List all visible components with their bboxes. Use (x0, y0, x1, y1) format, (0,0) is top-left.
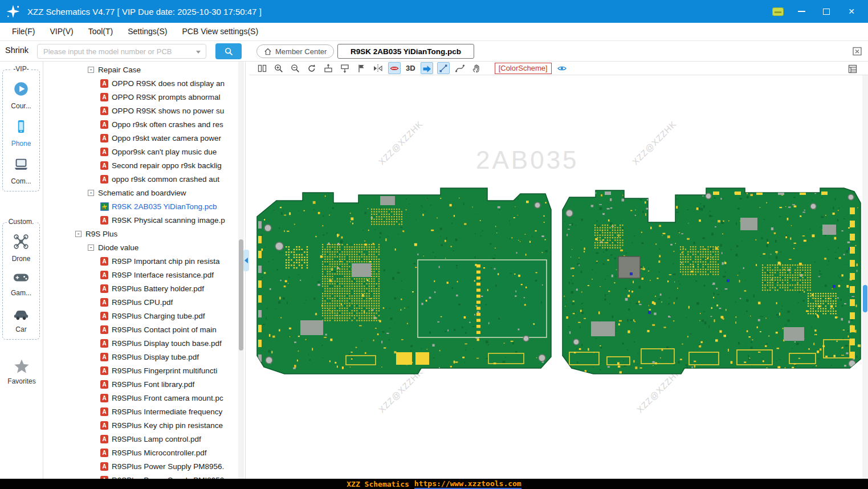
pdf-file-icon: A (100, 421, 108, 430)
menu-item-file-f[interactable]: File(F) (5, 23, 42, 40)
tree-item-r9splus-cpu-pdf[interactable]: AR9SPlus CPU.pdf (43, 295, 237, 309)
pdf-file-icon: A (100, 380, 108, 389)
collapse-toggle-icon[interactable]: - (75, 231, 81, 237)
layer-panel-icon[interactable] (846, 63, 859, 75)
tree-item-schematic-and-boardview[interactable]: -Schematic and boardview (43, 186, 237, 199)
computer-icon (13, 156, 30, 175)
visibility-eye-icon[interactable] (556, 62, 568, 74)
color-scheme-button[interactable]: [ColorScheme] (495, 63, 552, 74)
board-lens-icon[interactable] (388, 62, 401, 74)
vip-item-car[interactable]: Car (3, 305, 39, 333)
pdf-file-icon: A (100, 271, 108, 279)
curve-tool-icon[interactable] (454, 62, 466, 74)
tree-item-repair-case[interactable]: -Repair Case (43, 63, 237, 76)
menu-item-tool-t[interactable]: Tool(T) (81, 23, 121, 40)
tree-item-r9splus-intermediate-frequency[interactable]: AR9SPlus Intermediate frequency (43, 405, 237, 418)
tree-item-r9splus-key-chip-pin-resistance[interactable]: AR9SPlus Key chip pin resistance (43, 418, 237, 432)
vertical-scrollbar-thumb[interactable] (863, 285, 867, 312)
vip-group-header: -VIP- (11, 65, 30, 73)
pdf-file-icon: A (100, 449, 108, 457)
select-arrow-icon[interactable] (421, 62, 433, 74)
file-tree-panel: -Repair Case AOPPO R9SK does not display… (43, 62, 244, 479)
tree-item-r9sk-physical-scanning-image-p[interactable]: AR9SK Physical scanning image.p (43, 213, 237, 227)
menu-item-settings-s[interactable]: Settings(S) (120, 23, 174, 40)
status-url-link[interactable]: https://www.xzztools.com (414, 479, 521, 489)
open-file-tab[interactable]: R9SK 2AB035 YiDianTong.pcb (337, 44, 474, 59)
tree-item-r9splus-display-tube-pdf[interactable]: AR9SPlus Display tube.pdf (43, 350, 237, 364)
tree-item-diode-value[interactable]: -Diode value (43, 241, 237, 254)
tree-item-r9splus-font-library-pdf[interactable]: AR9SPlus Font library.pdf (43, 377, 237, 391)
vertical-scrollbar[interactable] (862, 75, 868, 479)
collapse-panel-handle[interactable] (243, 250, 249, 271)
tree-item-r9splus-battery-holder-pdf[interactable]: AR9SPlus Battery holder.pdf (43, 282, 237, 295)
tree-item-r9splus-charging-tube-pdf[interactable]: AR9SPlus Charging tube.pdf (43, 309, 237, 323)
tree-item-oppo-r9sk-often-crashes-and-res[interactable]: AOppo r9sk often crashes and res (43, 117, 237, 131)
tree-item-oppor9sk-can-t-play-music-due[interactable]: AOppor9sk can't play music due (43, 145, 237, 158)
shrink-button[interactable]: Shrink (5, 46, 28, 55)
minimize-button[interactable] (794, 4, 809, 19)
tree-item-r9splus-front-camera-mount-pc[interactable]: AR9SPlus Front camera mount.pc (43, 391, 237, 405)
menu-item-pcb-view-settings-s[interactable]: PCB View settings(S) (174, 23, 266, 40)
tree-item-r9sp-interface-resistance-pdf[interactable]: AR9SP Interface resistance.pdf (43, 268, 237, 282)
tree-item-r9splus-display-touch-base-pdf[interactable]: AR9SPlus Display touch base.pdf (43, 336, 237, 350)
pdf-file-icon: A (100, 394, 108, 402)
view-3d-button[interactable]: 3D (405, 64, 417, 72)
vip-item-com[interactable]: Com... (3, 156, 39, 185)
tree-item-oppo-r9sk-common-crashed-aut[interactable]: Aoppo r9sk common crashed aut (43, 172, 237, 186)
export-top-view-icon[interactable] (322, 62, 335, 74)
pcb-canvas[interactable]: XZZ@XZZHK XZZ@XZZHK XZZ@XZZHK XZZ@XZZHK … (249, 75, 862, 479)
tree-item-r9s-plus[interactable]: -R9S Plus (43, 227, 237, 241)
close-button[interactable]: ✕ (844, 4, 859, 19)
pdf-file-icon: A (100, 161, 108, 170)
search-input[interactable] (38, 44, 206, 58)
collapse-toggle-icon[interactable]: - (88, 244, 94, 251)
zoom-in-icon[interactable] (272, 62, 285, 74)
menubar: File(F)VIP(V)Tool(T)Settings(S)PCB View … (0, 23, 868, 41)
export-bottom-view-icon[interactable] (339, 62, 351, 74)
zoom-out-icon[interactable] (289, 62, 301, 74)
pcb-toolbar: 3D[ColorScheme] (249, 62, 868, 75)
tree-item-r9splus-microcontroller-pdf[interactable]: AR9SPlus Microcontroller.pdf (43, 446, 237, 459)
collapse-toggle-icon[interactable]: - (88, 67, 94, 73)
tree-item-r9splus-power-supply-pmi8952[interactable]: AR9SPlus Power Supply PMI8952 (43, 473, 237, 479)
chevron-down-icon[interactable] (196, 51, 201, 54)
vip-item-cour[interactable]: Cour... (3, 80, 39, 110)
maximize-button[interactable] (819, 4, 834, 19)
tree-item-r9sp-important-chip-pin-resista[interactable]: AR9SP Important chip pin resista (43, 254, 237, 268)
favorites-button[interactable]: Favorites (0, 358, 43, 385)
menu-item-vip-v[interactable]: VIP(V) (42, 23, 80, 40)
chevron-left-icon (244, 258, 248, 263)
search-tab-row: Shrink Member Center R9SK 2AB035 YiDianT… (0, 41, 868, 62)
play-circle-icon (13, 80, 30, 100)
tree-item-oppo-r9skt-water-camera-power[interactable]: AOppo r9skt water camera power (43, 131, 237, 145)
tree-item-r9splus-lamp-control-pdf[interactable]: AR9SPlus Lamp control.pdf (43, 432, 237, 446)
tree-item-r9splus-power-supply-pm8956[interactable]: AR9SPlus Power Supply PM8956. (43, 459, 237, 473)
search-button[interactable] (215, 43, 242, 59)
tree-scrollbar[interactable] (238, 62, 244, 479)
vip-item-phone[interactable]: Phone (3, 118, 39, 148)
flip-horizontal-icon[interactable] (372, 62, 384, 74)
tree-item-oppo-r9sk-prompts-abnormal[interactable]: AOPPO R9SK prompts abnormal (43, 90, 237, 104)
measure-line-icon[interactable] (437, 62, 450, 74)
close-panel-icon[interactable] (851, 46, 863, 57)
tree-item-second-repair-oppo-r9sk-backlig[interactable]: ASecond repair oppo r9sk backlig (43, 158, 237, 172)
member-center-button[interactable]: Member Center (256, 44, 334, 58)
pcb-board-view[interactable] (249, 75, 862, 479)
tree-item-r9splus-contact-point-of-main[interactable]: AR9SPlus Contact point of main (43, 323, 237, 336)
tree-item-oppo-r9sk-shows-no-power-su[interactable]: AOPPO R9SK shows no power su (43, 104, 237, 117)
custom-group-header: Custom. (7, 218, 36, 226)
tree-item-r9splus-fingerprint-multifuncti[interactable]: AR9SPlus Fingerprint multifuncti (43, 364, 237, 377)
license-icon[interactable] (772, 7, 784, 16)
refresh-icon[interactable] (305, 62, 318, 74)
split-view-icon[interactable] (256, 62, 268, 74)
tree-scrollbar-thumb[interactable] (239, 239, 243, 351)
tree-item-oppo-r9sk-does-not-display-an[interactable]: AOPPO R9SK does not display an (43, 76, 237, 90)
flag-icon[interactable] (355, 62, 368, 74)
app-logo-icon (6, 4, 21, 19)
hand-tool-icon[interactable] (470, 62, 483, 74)
pdf-file-icon: A (100, 408, 108, 416)
vip-item-gam[interactable]: Gam... (3, 271, 39, 297)
vip-item-drone[interactable]: Drone (3, 233, 39, 263)
collapse-toggle-icon[interactable]: - (88, 190, 94, 196)
tree-item-r9sk-2ab035-yidiantong-pcb[interactable]: R9SK 2AB035 YiDianTong.pcb (43, 199, 237, 213)
